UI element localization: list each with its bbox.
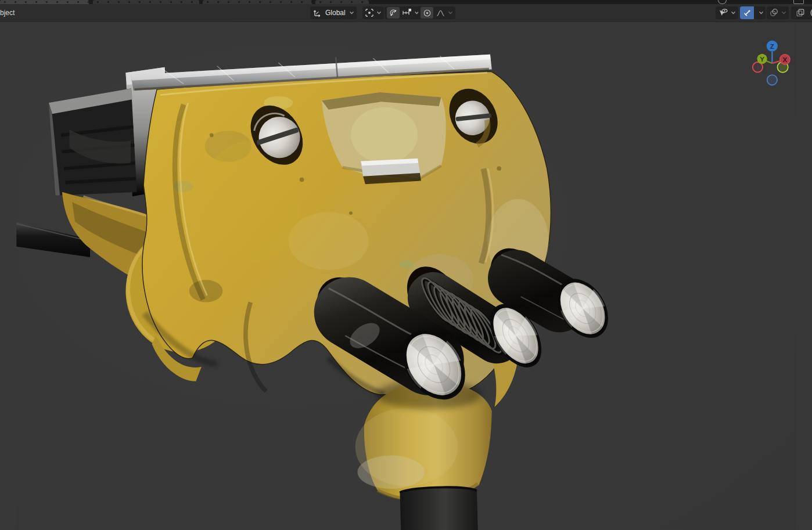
- chevron-down-icon: [759, 11, 764, 15]
- workspace-tab-fragment[interactable]: [315, 0, 369, 4]
- chevron-down-icon: [376, 11, 382, 15]
- overlays-circles-icon[interactable]: [769, 8, 779, 17]
- workspace-tab-fragment[interactable]: [93, 0, 199, 4]
- snap-controls: [385, 6, 422, 19]
- proportional-editing-icon: [423, 9, 432, 17]
- transform-orientation-axes-icon: [312, 8, 322, 17]
- vise-model-render: Z Y X: [0, 22, 812, 530]
- overlays-control: [767, 6, 789, 19]
- chevron-down-icon[interactable]: [781, 11, 786, 15]
- chevron-down-icon: [731, 11, 736, 15]
- pivot-point-dropdown[interactable]: [362, 6, 384, 19]
- transform-orientation-dropdown[interactable]: Global: [310, 6, 357, 19]
- chevron-down-icon[interactable]: [448, 11, 453, 15]
- increment-snap-icon[interactable]: [402, 8, 412, 17]
- snap-toggle[interactable]: [387, 7, 400, 19]
- gizmo-arrow-icon: [743, 9, 752, 17]
- object-visibility-dropdown[interactable]: [716, 6, 738, 19]
- orientation-label: Global: [324, 9, 347, 17]
- mode-dropdown[interactable]: bject: [0, 4, 15, 21]
- gizmo-dropdown[interactable]: [756, 11, 766, 15]
- show-gizmo-toggle[interactable]: [740, 6, 754, 19]
- topbar: [0, 0, 812, 4]
- xray-squares-icon: [796, 8, 805, 17]
- gizmo-neg-z-ball[interactable]: [767, 75, 777, 85]
- scene-icon[interactable]: [718, 0, 727, 4]
- object-visibility-eye-icon: [718, 8, 728, 17]
- gizmos-control: [740, 6, 766, 19]
- view-layer-icon[interactable]: [793, 0, 804, 4]
- proportional-editing-controls: [418, 6, 455, 19]
- chevron-down-icon: [349, 11, 354, 15]
- falloff-curve-icon[interactable]: [436, 9, 445, 17]
- pivot-point-icon: [365, 8, 374, 17]
- gizmo-z-label: Z: [770, 43, 774, 50]
- viewport-header: bject Global: [0, 4, 812, 21]
- workspace-tab-fragment[interactable]: [0, 0, 89, 4]
- magnet-icon: [389, 9, 398, 17]
- gizmo-x-label: X: [783, 56, 788, 63]
- 3d-viewport[interactable]: Z Y X: [0, 21, 812, 530]
- workspace-tab-fragment[interactable]: [203, 0, 312, 4]
- viewport-shading-sphere-icon: [810, 8, 812, 18]
- proportional-editing-toggle[interactable]: [421, 7, 433, 19]
- gizmo-y-label: Y: [760, 56, 764, 63]
- viewport-shading-button[interactable]: [807, 6, 812, 19]
